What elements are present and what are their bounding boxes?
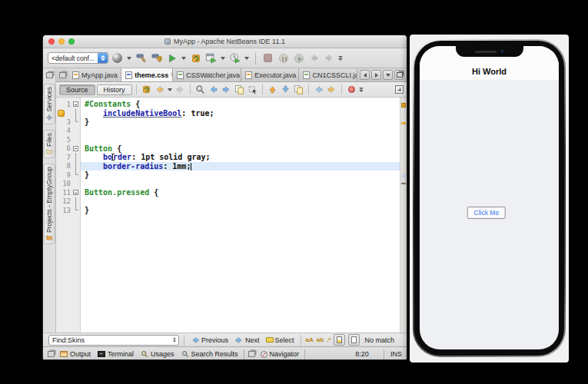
iphone-bezel: Hi World Click Me bbox=[414, 41, 564, 356]
chevron-down-icon[interactable] bbox=[168, 88, 172, 91]
code-editor[interactable]: 1 3 4 5 6 7 8 9 10 11 12 13 bbox=[56, 98, 407, 333]
dock-windows-icon[interactable] bbox=[46, 72, 53, 78]
tab-myapp-java[interactable]: MyApp.java × bbox=[68, 68, 121, 81]
code-line-3[interactable]: } bbox=[81, 118, 400, 127]
fold-collapse-icon[interactable] bbox=[73, 101, 78, 107]
code-line-12[interactable] bbox=[81, 197, 400, 207]
fold-collapse-icon[interactable] bbox=[73, 190, 78, 195]
chevron-down-icon[interactable] bbox=[127, 57, 131, 60]
code-line-7[interactable]: border: 1pt solid gray; bbox=[81, 153, 400, 162]
next-occurrence-button[interactable] bbox=[221, 84, 232, 95]
shift-left-button[interactable] bbox=[313, 84, 324, 95]
fold-collapse-icon[interactable] bbox=[73, 146, 78, 151]
error-stripe[interactable] bbox=[400, 98, 407, 333]
search-results-window-button[interactable]: Search Results bbox=[180, 350, 240, 358]
back-button[interactable] bbox=[154, 84, 165, 95]
tab-executor-java[interactable]: Executor.java × bbox=[241, 68, 299, 81]
toolbar-overflow-button[interactable] bbox=[338, 56, 343, 61]
run-project-button[interactable] bbox=[165, 51, 178, 65]
fold-end bbox=[75, 118, 78, 122]
source-view-button[interactable]: Source bbox=[59, 84, 95, 95]
output-window-button[interactable]: Output bbox=[58, 350, 92, 358]
refresh-icon bbox=[192, 55, 199, 61]
separator bbox=[262, 84, 263, 94]
shift-right-button[interactable] bbox=[326, 84, 337, 95]
start-macro-recording-button[interactable] bbox=[346, 84, 357, 95]
history-view-button[interactable]: History bbox=[97, 84, 132, 95]
dock-windows-icon[interactable] bbox=[48, 351, 55, 357]
find-next-button[interactable]: Next bbox=[233, 336, 261, 345]
tab-theme-css[interactable]: theme.css × bbox=[121, 68, 173, 81]
netbeans-window: MyApp - Apache NetBeans IDE 11.1 <defaul… bbox=[42, 35, 407, 360]
code-line-11[interactable]: Button.pressed { bbox=[81, 188, 400, 197]
find-query-text: Find:Skins bbox=[49, 336, 171, 344]
chevron-down-icon[interactable] bbox=[181, 57, 186, 60]
find-select-button[interactable]: Select bbox=[264, 336, 296, 344]
chevron-down-icon[interactable] bbox=[221, 57, 225, 60]
profile-project-button[interactable] bbox=[228, 51, 241, 65]
mouse-text-cursor bbox=[112, 154, 113, 161]
clean-build-button[interactable] bbox=[150, 51, 163, 65]
tab-bar-dock-button[interactable] bbox=[56, 68, 68, 81]
move-up-button[interactable] bbox=[267, 84, 278, 95]
code-line-13[interactable]: } bbox=[81, 206, 400, 215]
last-edit-button[interactable] bbox=[141, 84, 152, 95]
chevron-down-icon[interactable] bbox=[244, 57, 249, 60]
tab-csswatcher-java[interactable]: CSSWatcher.java × bbox=[173, 68, 241, 81]
find-input[interactable]: Find:Skins bbox=[48, 335, 179, 346]
build-project-button[interactable] bbox=[135, 51, 148, 65]
sidebar-item-projects[interactable]: Projects - EmptyGroup bbox=[44, 164, 55, 244]
error-stripe-warning-mark[interactable] bbox=[401, 103, 406, 108]
toggle-highlight-button[interactable] bbox=[234, 84, 245, 95]
scroll-tabs-left-button[interactable] bbox=[360, 70, 370, 80]
rerun-button[interactable] bbox=[189, 51, 202, 65]
code-line-9[interactable]: } bbox=[81, 170, 400, 180]
sidebar-item-services[interactable]: Services bbox=[44, 84, 55, 124]
terminal-window-button[interactable]: Terminal bbox=[96, 350, 135, 358]
debug-project-button[interactable] bbox=[204, 51, 218, 65]
editor-toolbar-overflow-button[interactable] bbox=[359, 88, 364, 92]
usages-window-button[interactable]: Usages bbox=[139, 350, 176, 358]
click-me-button[interactable]: Click Me bbox=[467, 207, 507, 219]
highlight-results-icon bbox=[337, 336, 342, 343]
split-editor-button[interactable] bbox=[395, 85, 404, 94]
separator bbox=[384, 349, 384, 359]
select-in-projects-button[interactable] bbox=[247, 84, 258, 95]
java-file-icon bbox=[245, 71, 252, 79]
iphone-screen[interactable]: Hi World Click Me bbox=[420, 46, 559, 349]
regex-toggle[interactable]: .* bbox=[327, 336, 331, 343]
code-line-6[interactable]: Button { bbox=[81, 144, 400, 154]
editor-gutter[interactable]: 1 3 4 5 6 7 8 9 10 11 12 13 bbox=[56, 98, 81, 333]
code-line-2[interactable]: includeNativeBool: true; bbox=[81, 109, 400, 118]
code-line-4[interactable] bbox=[81, 127, 400, 136]
code-line-8-current[interactable]: border-radius: 1mm; bbox=[81, 162, 400, 171]
tab-list-dropdown-button[interactable] bbox=[383, 70, 393, 80]
code-line-1[interactable]: #Constants { bbox=[81, 100, 400, 109]
navigator-window-button[interactable]: Navigator bbox=[259, 350, 301, 358]
configuration-select[interactable]: <default conf... bbox=[48, 52, 108, 64]
whole-words-toggle[interactable]: ab bbox=[317, 336, 324, 343]
highlight-results-toggle[interactable] bbox=[334, 334, 345, 346]
code-line-5[interactable] bbox=[81, 135, 400, 144]
find-selection-button[interactable] bbox=[194, 84, 206, 95]
line-number: 3 bbox=[56, 118, 72, 126]
dock-windows-icon[interactable] bbox=[248, 351, 255, 357]
connect-debugger-button[interactable] bbox=[111, 51, 124, 65]
warning-badge-icon[interactable] bbox=[58, 110, 65, 117]
code-text-area[interactable]: #Constants { includeNativeBool: true; } … bbox=[81, 98, 400, 333]
find-previous-button[interactable]: Previous bbox=[189, 336, 230, 345]
error-stripe-warning-mark[interactable] bbox=[401, 122, 406, 124]
find-history-stepper[interactable] bbox=[171, 337, 178, 343]
tab-cn1csscli-java[interactable]: CN1CSSCLI.ja. bbox=[299, 68, 357, 81]
code-line-10[interactable] bbox=[81, 180, 400, 189]
duplicate-lines-button[interactable] bbox=[293, 84, 304, 95]
separator bbox=[190, 84, 191, 94]
configuration-stepper[interactable] bbox=[98, 53, 108, 63]
maximize-editor-button[interactable] bbox=[394, 70, 404, 80]
sidebar-item-files[interactable]: Files bbox=[44, 130, 55, 158]
scroll-tabs-right-button[interactable] bbox=[371, 70, 381, 80]
previous-occurrence-button[interactable] bbox=[208, 84, 219, 95]
wrap-search-toggle[interactable] bbox=[348, 334, 360, 346]
match-case-toggle[interactable]: aA bbox=[306, 336, 314, 343]
move-down-button[interactable] bbox=[280, 84, 291, 95]
